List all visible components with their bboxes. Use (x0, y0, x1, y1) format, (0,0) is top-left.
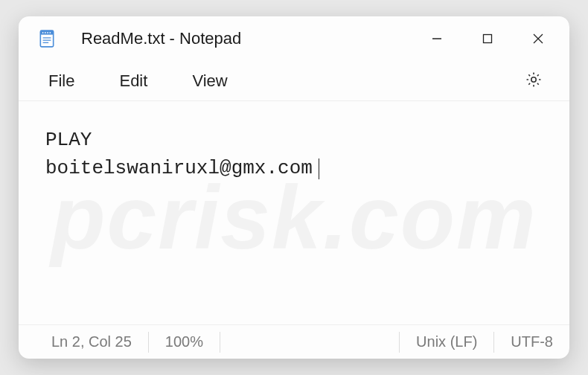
status-zoom[interactable]: 100% (149, 332, 220, 353)
status-encoding: UTF-8 (494, 332, 569, 353)
close-button[interactable] (513, 16, 563, 61)
text-editor[interactable]: PLAY boitelswaniruxl@gmx.com (19, 101, 569, 324)
menu-edit[interactable]: Edit (97, 65, 170, 97)
menu-file[interactable]: File (26, 65, 97, 97)
menu-view[interactable]: View (170, 65, 249, 97)
statusbar: Ln 2, Col 25 100% Unix (LF) UTF-8 (19, 324, 569, 359)
editor-line-1: PLAY (45, 129, 92, 151)
text-caret (319, 158, 319, 179)
status-position: Ln 2, Col 25 (19, 332, 149, 353)
svg-rect-10 (484, 35, 492, 43)
notepad-icon (36, 28, 57, 49)
gear-icon (525, 71, 543, 92)
settings-button[interactable] (516, 66, 552, 96)
maximize-button[interactable] (462, 16, 513, 61)
window-title: ReadMe.txt - Notepad (81, 29, 241, 48)
notepad-window: ReadMe.txt - Notepad File Edit View (19, 16, 569, 359)
minimize-button[interactable] (412, 16, 462, 61)
status-line-ending: Unix (LF) (400, 332, 494, 353)
editor-line-2: boitelswaniruxl@gmx.com (45, 157, 313, 179)
svg-point-13 (531, 77, 536, 81)
titlebar: ReadMe.txt - Notepad (19, 16, 569, 61)
window-controls (412, 16, 563, 61)
svg-point-6 (45, 32, 46, 33)
svg-point-7 (47, 32, 48, 33)
svg-point-5 (42, 32, 44, 33)
svg-point-8 (49, 32, 51, 33)
menubar: File Edit View (19, 61, 569, 101)
